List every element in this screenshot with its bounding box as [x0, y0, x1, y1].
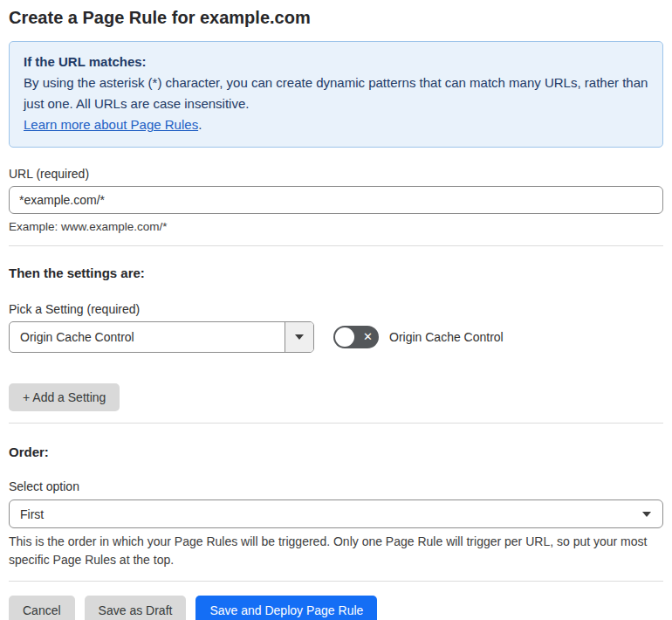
setting-controls-row: Origin Cache Control ✕ Origin Cache Cont…: [9, 321, 663, 353]
url-input[interactable]: [9, 186, 663, 214]
cancel-button[interactable]: Cancel: [9, 596, 75, 620]
toggle-knob: [335, 327, 354, 347]
url-match-info-box: If the URL matches: By using the asteris…: [9, 41, 663, 148]
info-box-heading: If the URL matches:: [24, 52, 648, 72]
url-example-text: Example: www.example.com/*: [9, 219, 663, 234]
page-rule-form: Create a Page Rule for example.com If th…: [0, 0, 672, 620]
order-description: This is the order in which your Page Rul…: [9, 533, 663, 569]
divider: [9, 581, 663, 582]
setting-select-value: Origin Cache Control: [10, 322, 285, 352]
page-title: Create a Page Rule for example.com: [9, 7, 663, 28]
add-setting-button[interactable]: + Add a Setting: [9, 383, 120, 411]
save-as-draft-button[interactable]: Save as Draft: [85, 596, 187, 620]
divider: [9, 423, 663, 424]
url-field-label: URL (required): [9, 167, 663, 182]
learn-more-link[interactable]: Learn more about Page Rules: [24, 117, 198, 132]
order-select[interactable]: First: [9, 499, 663, 528]
order-select-value: First: [20, 507, 44, 521]
order-select-label: Select option: [9, 479, 663, 494]
link-period: .: [198, 117, 202, 132]
toggle-off-x-icon: ✕: [363, 326, 373, 348]
save-and-deploy-button[interactable]: Save and Deploy Page Rule: [195, 596, 377, 620]
info-box-body: By using the asterisk (*) character, you…: [24, 72, 648, 114]
divider: [9, 245, 663, 246]
chevron-down-icon: [642, 512, 651, 517]
order-section-heading: Order:: [9, 444, 663, 460]
setting-select-arrow-button[interactable]: [285, 322, 313, 352]
info-box-link-line: Learn more about Page Rules.: [24, 114, 648, 135]
pick-setting-label: Pick a Setting (required): [9, 302, 663, 317]
origin-cache-control-toggle[interactable]: ✕: [333, 326, 379, 348]
footer-actions: Cancel Save as Draft Save and Deploy Pag…: [9, 596, 663, 620]
settings-section-heading: Then the settings are:: [9, 265, 663, 281]
toggle-label: Origin Cache Control: [389, 330, 504, 344]
chevron-down-icon: [295, 334, 304, 340]
setting-select[interactable]: Origin Cache Control: [9, 321, 314, 353]
